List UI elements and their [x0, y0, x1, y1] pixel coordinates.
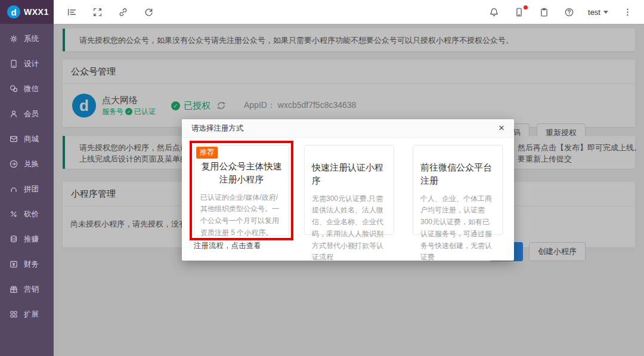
- mobile-preview-button[interactable]: [507, 0, 531, 24]
- question-icon: [564, 7, 574, 17]
- app-logo[interactable]: d WXX1: [0, 0, 54, 24]
- sidebar-item-label: 设计: [24, 59, 39, 69]
- sidebar-item-extensions[interactable]: 扩展: [0, 302, 54, 327]
- sidebar-item-label: 商城: [24, 134, 39, 144]
- sidebar-item-members[interactable]: 会员: [0, 101, 54, 126]
- sidebar-item-label: 扩展: [24, 309, 39, 320]
- sidebar-item-system[interactable]: 系统: [0, 26, 54, 51]
- option-title: 前往微信公众平台注册: [420, 161, 495, 187]
- user-menu[interactable]: test: [582, 0, 614, 24]
- sidebar-item-label: 系统: [24, 34, 39, 44]
- wechat-icon: [9, 84, 18, 94]
- sidebar-item-wechat[interactable]: 微信: [0, 76, 54, 101]
- dialog-body: 推荐 复用公众号主体快速注册小程序 已认证的企业/媒体/政府/其他组织类型公众号…: [182, 138, 514, 261]
- option-description: 无需300元认证费,只需提供法人姓名、法人微信、企业名称、企业代码，采用法人人脸…: [312, 193, 386, 264]
- sidebar-item-label: 微信: [24, 84, 39, 94]
- register-option-fast-verify[interactable]: 快速注册认证小程序 无需300元认证费,只需提供法人姓名、法人微信、企业名称、企…: [304, 145, 394, 235]
- link-icon: [118, 7, 128, 17]
- sidebar-item-finance[interactable]: 财务: [0, 252, 54, 277]
- sidebar: d WXX1 系统 设计 微信 会员 商城 兑换 拼团: [0, 0, 54, 356]
- clipboard-icon: [539, 7, 549, 17]
- clipboard-button[interactable]: [532, 0, 556, 24]
- refresh-icon: [144, 7, 154, 17]
- exchange-icon: [9, 159, 18, 169]
- sidebar-item-label: 兑换: [24, 159, 39, 169]
- finance-icon: [9, 259, 18, 269]
- more-options-button[interactable]: [615, 0, 639, 24]
- sidebar-item-exchange[interactable]: 兑换: [0, 151, 54, 177]
- recommended-highlight-border: 推荐 复用公众号主体快速注册小程序 已认证的企业/媒体/政府/其他组织类型公众号…: [190, 141, 293, 240]
- username: test: [588, 8, 600, 17]
- sidebar-item-groupbuy[interactable]: 拼团: [0, 177, 54, 202]
- option-title: 复用公众号主体快速注册小程序: [200, 160, 283, 186]
- bargain-icon: [9, 209, 18, 219]
- link-button[interactable]: [111, 0, 135, 24]
- sidebar-item-label: 推赚: [24, 234, 39, 244]
- brand-icon: d: [7, 5, 20, 18]
- dialog-header: 请选择注册方式: [182, 119, 514, 138]
- refresh-page-button[interactable]: [137, 0, 160, 24]
- phone-icon: [514, 7, 524, 17]
- chevron-down-icon: [603, 11, 608, 14]
- sidebar-item-label: 财务: [24, 259, 39, 270]
- sidebar-item-label: 会员: [24, 109, 39, 119]
- top-header: test: [54, 0, 644, 24]
- notification-dot: [524, 5, 528, 10]
- sidebar-item-label: 营销: [24, 284, 39, 295]
- gear-icon: [9, 34, 18, 44]
- mall-icon: [9, 134, 18, 144]
- close-icon[interactable]: ×: [496, 122, 507, 134]
- kebab-icon: [623, 7, 633, 17]
- option-description: 已认证的企业/媒体/政府/其他组织类型公众号。一个公众号一个月可以复用资质注册 …: [200, 192, 283, 239]
- sidebar-item-bargain[interactable]: 砍价: [0, 202, 54, 227]
- option-title: 快速注册认证小程序: [312, 161, 386, 187]
- dialog-title: 请选择注册方式: [191, 123, 244, 134]
- sidebar-item-label: 拼团: [24, 184, 39, 194]
- register-flow-link[interactable]: 注册流程，点击查看: [194, 241, 261, 251]
- grid-icon: [9, 309, 18, 319]
- sidebar-item-label: 砍价: [24, 209, 39, 219]
- coins-icon: [9, 234, 18, 244]
- fullscreen-button[interactable]: [85, 0, 109, 24]
- option-description: 个人、企业、个体工商户均可注册，认证需300元认证费，如有已认证服务号，可通过服…: [420, 193, 495, 264]
- sidebar-item-marketing[interactable]: 营销: [0, 277, 54, 302]
- help-button[interactable]: [557, 0, 581, 24]
- sidebar-item-referral[interactable]: 推赚: [0, 227, 54, 252]
- register-option-reuse[interactable]: 复用公众号主体快速注册小程序 已认证的企业/媒体/政府/其他组织类型公众号。一个…: [194, 145, 289, 236]
- notifications-button[interactable]: [482, 0, 506, 24]
- fullscreen-icon: [92, 7, 103, 17]
- menu-fold-icon: [67, 7, 77, 17]
- register-method-dialog: 请选择注册方式 × 推荐 复用公众号主体快速注册小程序 已认证的企业/媒体/政府…: [182, 119, 514, 261]
- tablet-icon: [9, 59, 18, 69]
- sidebar-item-mall[interactable]: 商城: [0, 126, 54, 151]
- register-option-wechat-platform[interactable]: 前往微信公众平台注册 个人、企业、个体工商户均可注册，认证需300元认证费，如有…: [413, 145, 503, 235]
- collapse-sidebar-button[interactable]: [60, 0, 83, 24]
- sidebar-item-design[interactable]: 设计: [0, 51, 54, 76]
- gift-icon: [9, 284, 18, 294]
- group-icon: [9, 184, 18, 194]
- recommended-badge: 推荐: [196, 147, 218, 159]
- users-icon: [9, 109, 18, 119]
- app-title: WXX1: [24, 7, 49, 17]
- bell-icon: [489, 7, 499, 17]
- sidebar-menu: 系统 设计 微信 会员 商城 兑换 拼团 砍价: [0, 24, 54, 327]
